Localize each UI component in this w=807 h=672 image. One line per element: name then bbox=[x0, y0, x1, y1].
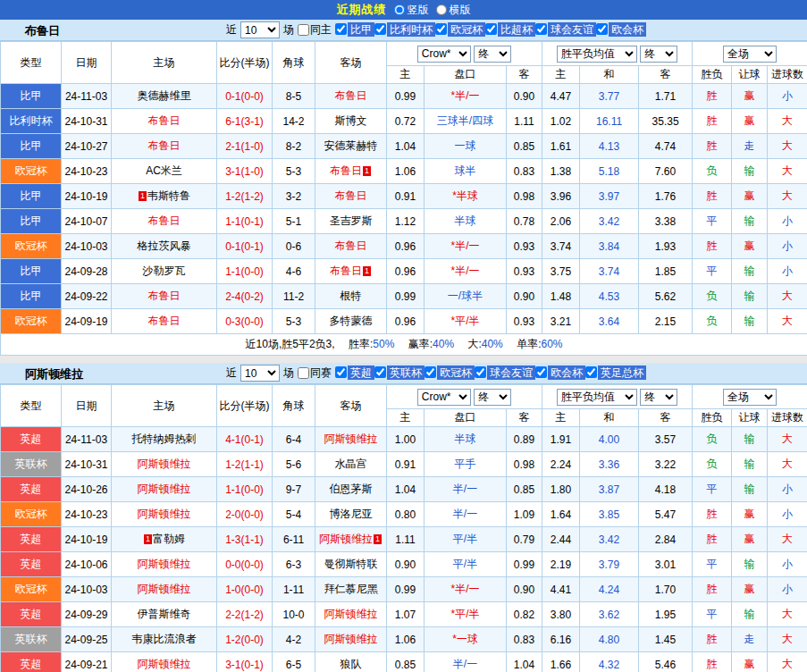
home-team[interactable]: 奥德赫维里 bbox=[112, 84, 217, 109]
away-team[interactable]: 安德莱赫特 bbox=[315, 134, 387, 159]
competition-checkbox[interactable] bbox=[374, 23, 386, 35]
away-team[interactable]: 布鲁日 bbox=[315, 184, 387, 209]
competition-checkbox[interactable] bbox=[425, 366, 436, 378]
same-venue-filter[interactable]: 同主 bbox=[298, 22, 332, 38]
competition-checkbox[interactable] bbox=[335, 23, 347, 35]
team-name[interactable]: 布鲁日 bbox=[335, 239, 367, 252]
away-team[interactable]: 阿斯顿维拉1 bbox=[315, 527, 387, 552]
team-name[interactable]: 阿斯顿维拉 bbox=[138, 558, 191, 570]
away-team[interactable]: 水晶宫 bbox=[315, 452, 387, 477]
final-odds-select-2[interactable]: 终 bbox=[640, 389, 677, 406]
home-team[interactable]: 布鲁日 bbox=[112, 309, 217, 334]
competition-checkbox[interactable] bbox=[535, 23, 547, 35]
bookmaker-select[interactable]: Crow* bbox=[417, 389, 471, 406]
team-name[interactable]: 阿斯顿维拉 bbox=[138, 508, 191, 520]
final-odds-select[interactable]: 终 bbox=[474, 389, 511, 406]
same-competition-filter[interactable]: 同赛 bbox=[298, 365, 332, 381]
team-name[interactable]: 圣吉罗斯 bbox=[330, 214, 373, 227]
away-team[interactable]: 根特 bbox=[315, 284, 387, 309]
home-team[interactable]: 1韦斯特鲁 bbox=[112, 184, 217, 209]
competition-filter[interactable]: 英足总杯 bbox=[585, 365, 646, 380]
competition-filter[interactable]: 欧冠杯 bbox=[435, 22, 485, 37]
away-team[interactable]: 圣吉罗斯 bbox=[315, 209, 387, 234]
competition-filter[interactable]: 欧冠杯 bbox=[425, 365, 475, 380]
away-team[interactable]: 曼彻斯特联 bbox=[315, 552, 387, 577]
same-venue-checkbox[interactable] bbox=[298, 24, 309, 36]
away-team[interactable]: 布鲁日 bbox=[315, 84, 387, 109]
portrait-radio[interactable] bbox=[394, 4, 405, 15]
home-team[interactable]: 阿斯顿维拉 bbox=[112, 577, 217, 602]
team-name[interactable]: 曼彻斯特联 bbox=[324, 558, 378, 570]
competition-checkbox[interactable] bbox=[435, 23, 447, 35]
team-name[interactable]: 阿斯顿维拉 bbox=[138, 458, 191, 470]
competition-checkbox[interactable] bbox=[335, 366, 347, 378]
team-name[interactable]: 布鲁日 bbox=[148, 214, 181, 227]
team-name[interactable]: 布鲁日 bbox=[335, 89, 367, 102]
team-name[interactable]: 布鲁日 bbox=[335, 189, 367, 202]
competition-filter[interactable]: 球会友谊 bbox=[535, 22, 596, 37]
recent-count-select[interactable]: 10 bbox=[240, 21, 280, 38]
away-team[interactable]: 狼队 bbox=[315, 652, 387, 672]
team-name[interactable]: 阿斯顿维拉 bbox=[138, 583, 191, 595]
away-team[interactable]: 布鲁日 bbox=[315, 234, 387, 259]
team-name[interactable]: 水晶宫 bbox=[335, 458, 367, 470]
competition-checkbox[interactable] bbox=[596, 23, 608, 35]
home-team[interactable]: 阿斯顿维拉 bbox=[112, 452, 217, 477]
competition-filter[interactable]: 比利时杯 bbox=[374, 22, 435, 37]
home-team[interactable]: AC米兰 bbox=[112, 159, 217, 184]
home-team[interactable]: 布鲁日 bbox=[112, 134, 217, 159]
win-draw-lose-select[interactable]: 胜平负均值 bbox=[557, 389, 637, 406]
home-team[interactable]: 沙勒罗瓦 bbox=[112, 259, 217, 284]
away-team[interactable]: 博洛尼亚 bbox=[315, 502, 387, 527]
team-name[interactable]: 博洛尼亚 bbox=[330, 508, 373, 520]
team-name[interactable]: 伊普斯维奇 bbox=[138, 608, 191, 620]
home-team[interactable]: 布鲁日 bbox=[112, 284, 217, 309]
landscape-radio[interactable] bbox=[436, 4, 447, 15]
team-name[interactable]: AC米兰 bbox=[146, 164, 182, 177]
home-team[interactable]: 1富勒姆 bbox=[112, 527, 217, 552]
away-team[interactable]: 布鲁日1 bbox=[315, 159, 387, 184]
team-name[interactable]: 富勒姆 bbox=[153, 533, 185, 545]
team-name[interactable]: 阿斯顿维拉 bbox=[138, 658, 191, 670]
home-team[interactable]: 阿斯顿维拉 bbox=[112, 477, 217, 502]
team-name[interactable]: 格拉茨风暴 bbox=[138, 239, 191, 252]
competition-filter[interactable]: 英超 bbox=[335, 365, 374, 380]
team-name[interactable]: 布鲁日 bbox=[330, 265, 362, 277]
away-team[interactable]: 布鲁日1 bbox=[315, 259, 387, 284]
match-scope-select[interactable]: 全场 bbox=[723, 389, 777, 406]
home-team[interactable]: 布鲁日 bbox=[112, 209, 217, 234]
competition-checkbox[interactable] bbox=[374, 366, 386, 378]
competition-checkbox[interactable] bbox=[475, 366, 486, 378]
team-name[interactable]: 多特蒙德 bbox=[330, 315, 373, 327]
competition-checkbox[interactable] bbox=[535, 366, 547, 378]
away-team[interactable]: 阿斯顿维拉 bbox=[315, 602, 387, 627]
away-team[interactable]: 多特蒙德 bbox=[315, 309, 387, 334]
competition-filter[interactable]: 比甲 bbox=[335, 22, 374, 37]
team-name[interactable]: 阿斯顿维拉 bbox=[324, 433, 378, 445]
away-team[interactable]: 拜仁慕尼黑 bbox=[315, 577, 387, 602]
away-team[interactable]: 伯恩茅斯 bbox=[315, 477, 387, 502]
team-name[interactable]: 根特 bbox=[340, 290, 362, 302]
team-name[interactable]: 阿斯顿维拉 bbox=[324, 608, 378, 620]
team-name[interactable]: 斯博文 bbox=[335, 114, 367, 127]
away-team[interactable]: 斯博文 bbox=[315, 109, 387, 134]
team-name[interactable]: 韦斯特鲁 bbox=[147, 189, 190, 202]
competition-filter[interactable]: 比超杯 bbox=[485, 22, 535, 37]
team-name[interactable]: 拜仁慕尼黑 bbox=[324, 583, 378, 595]
recent-count-select[interactable]: 10 bbox=[240, 365, 280, 382]
layout-portrait-option[interactable]: 竖版 bbox=[394, 3, 429, 18]
away-team[interactable]: 阿斯顿维拉 bbox=[315, 427, 387, 452]
team-name[interactable]: 布鲁日 bbox=[148, 290, 181, 302]
team-name[interactable]: 安德莱赫特 bbox=[324, 139, 378, 152]
home-team[interactable]: 阿斯顿维拉 bbox=[112, 552, 217, 577]
competition-checkbox[interactable] bbox=[485, 23, 497, 35]
final-odds-select-2[interactable]: 终 bbox=[640, 46, 677, 63]
home-team[interactable]: 阿斯顿维拉 bbox=[112, 652, 217, 672]
team-name[interactable]: 托特纳姆热刺 bbox=[132, 433, 197, 445]
home-team[interactable]: 布鲁日 bbox=[112, 109, 217, 134]
competition-checkbox[interactable] bbox=[585, 366, 597, 378]
same-competition-checkbox[interactable] bbox=[298, 367, 309, 379]
team-name[interactable]: 伯恩茅斯 bbox=[330, 483, 373, 495]
team-name[interactable]: 阿斯顿维拉 bbox=[324, 633, 378, 645]
team-name[interactable]: 奥德赫维里 bbox=[138, 89, 191, 102]
